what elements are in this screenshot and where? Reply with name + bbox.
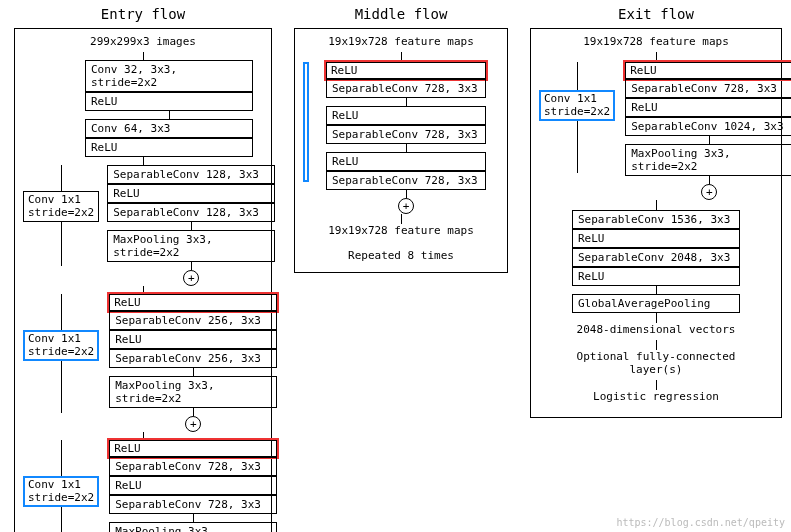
sepconv-block: SeparableConv 2048, 3x3 <box>572 248 740 267</box>
sepconv-block: SeparableConv 728, 3x3 <box>109 457 277 476</box>
add-node: + <box>398 198 414 214</box>
sepconv-block: SeparableConv 728, 3x3 <box>326 171 486 190</box>
watermark: https://blog.csdn.net/qpeity <box>616 517 785 528</box>
conv-block: Conv 32, 3x3, stride=2x2 <box>85 60 253 92</box>
relu-highlight: ReLU <box>623 60 791 81</box>
add-node: + <box>701 184 717 200</box>
gap-block: GlobalAveragePooling <box>572 294 740 313</box>
relu-highlight: ReLU <box>107 292 279 313</box>
side-conv-label: Conv 1x1 stride=2x2 <box>23 330 99 361</box>
sepconv-block: SeparableConv 1536, 3x3 <box>572 210 740 229</box>
maxpool-block: MaxPooling 3x3, stride=2x2 <box>109 376 277 408</box>
sepconv-block: SeparableConv 256, 3x3 <box>109 349 277 368</box>
exit-input: 19x19x728 feature maps <box>583 35 729 48</box>
side-conv-label: Conv 1x1 stride=2x2 <box>539 90 615 121</box>
relu-block: ReLU <box>85 92 253 111</box>
entry-branch-b: Conv 1x1 stride=2x2 ReLU SeparableConv 2… <box>23 294 263 432</box>
connector-line <box>143 52 144 60</box>
middle-output: 19x19x728 feature maps <box>328 224 474 237</box>
exit-fc: Optional fully-connected layer(s) <box>577 350 736 376</box>
side-conv-highlight: Conv 1x1 stride=2x2 <box>23 440 99 532</box>
exit-column: Exit flow 19x19x728 feature maps Conv 1x… <box>530 6 782 418</box>
relu-block: ReLU <box>109 476 277 495</box>
side-highlight-bar <box>303 62 309 182</box>
entry-title: Entry flow <box>101 6 185 22</box>
relu-block: ReLU <box>625 62 791 79</box>
side-conv-highlight: Conv 1x1 stride=2x2 <box>23 294 99 413</box>
relu-block: ReLU <box>109 294 277 311</box>
maxpool-block: MaxPooling 3x3, stride=2x2 <box>109 522 277 532</box>
relu-block: ReLU <box>85 138 253 157</box>
relu-block: ReLU <box>109 330 277 349</box>
relu-block: ReLU <box>572 267 740 286</box>
middle-title: Middle flow <box>355 6 448 22</box>
maxpool-block: MaxPooling 3x3, stride=2x2 <box>625 144 791 176</box>
relu-block: ReLU <box>326 106 486 125</box>
middle-note: Repeated 8 times <box>348 249 454 262</box>
relu-block: ReLU <box>625 98 791 117</box>
sepconv-block: SeparableConv 256, 3x3 <box>109 311 277 330</box>
maxpool-block: MaxPooling 3x3, stride=2x2 <box>107 230 275 262</box>
relu-block: ReLU <box>109 440 277 457</box>
add-node: + <box>183 270 199 286</box>
relu-highlight: ReLU <box>324 60 488 81</box>
entry-column: Entry flow 299x299x3 images Conv 32, 3x3… <box>14 6 272 532</box>
entry-input: 299x299x3 images <box>90 35 196 48</box>
sepconv-block: SeparableConv 728, 3x3 <box>109 495 277 514</box>
exit-logistic: Logistic regression <box>593 390 719 403</box>
sepconv-block: SeparableConv 728, 3x3 <box>326 79 486 98</box>
side-conv: Conv 1x1 stride=2x2 <box>23 165 99 266</box>
relu-block: ReLU <box>326 62 486 79</box>
exit-frame: 19x19x728 feature maps Conv 1x1 stride=2… <box>530 28 782 418</box>
middle-frame: 19x19x728 feature maps ReLU SeparableCon… <box>294 28 508 273</box>
exit-title: Exit flow <box>618 6 694 22</box>
middle-column: Middle flow 19x19x728 feature maps ReLU … <box>294 6 508 273</box>
relu-highlight: ReLU <box>107 438 279 459</box>
sepconv-block: SeparableConv 1024, 3x3 <box>625 117 791 136</box>
sepconv-block: SeparableConv 728, 3x3 <box>625 79 791 98</box>
exit-vectors: 2048-dimensional vectors <box>577 323 736 336</box>
relu-block: ReLU <box>326 152 486 171</box>
sepconv-block: SeparableConv 728, 3x3 <box>326 125 486 144</box>
side-conv-label: Conv 1x1 stride=2x2 <box>23 476 99 507</box>
add-node: + <box>185 416 201 432</box>
side-conv-highlight: Conv 1x1 stride=2x2 <box>539 62 615 173</box>
sepconv-block: SeparableConv 128, 3x3 <box>107 203 275 222</box>
entry-branch-c: Conv 1x1 stride=2x2 ReLU SeparableConv 7… <box>23 440 263 532</box>
middle-branch: ReLU SeparableConv 728, 3x3 ReLU Separab… <box>303 62 499 214</box>
conv-block: Conv 64, 3x3 <box>85 119 253 138</box>
middle-input: 19x19x728 feature maps <box>328 35 474 48</box>
entry-branch-a: Conv 1x1 stride=2x2 SeparableConv 128, 3… <box>23 165 263 286</box>
relu-block: ReLU <box>572 229 740 248</box>
entry-frame: 299x299x3 images Conv 32, 3x3, stride=2x… <box>14 28 272 532</box>
relu-block: ReLU <box>107 184 275 203</box>
side-conv-label: Conv 1x1 stride=2x2 <box>23 191 99 222</box>
exit-branch-a: Conv 1x1 stride=2x2 ReLU SeparableConv 7… <box>539 62 773 200</box>
sepconv-block: SeparableConv 128, 3x3 <box>107 165 275 184</box>
